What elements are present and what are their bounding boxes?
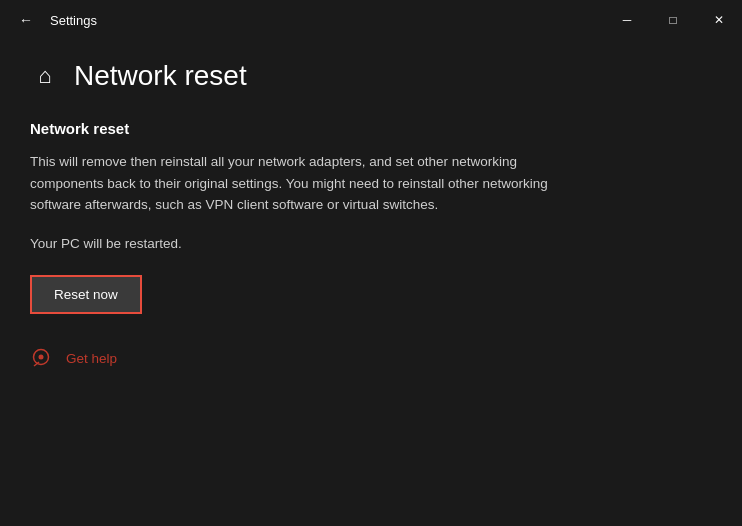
get-help-link[interactable]: Get help	[66, 351, 117, 366]
page-title: Network reset	[74, 60, 247, 92]
maximize-icon: □	[669, 13, 676, 27]
window-controls: ─ □ ✕	[604, 0, 742, 40]
app-title: Settings	[50, 13, 97, 28]
minimize-icon: ─	[623, 13, 632, 27]
close-button[interactable]: ✕	[696, 0, 742, 40]
close-icon: ✕	[714, 13, 724, 27]
section-title: Network reset	[30, 120, 712, 137]
restart-notice: Your PC will be restarted.	[30, 236, 712, 251]
back-button[interactable]: ←	[12, 6, 40, 34]
help-chat-icon	[30, 346, 56, 372]
main-content: ⌂ Network reset Network reset This will …	[0, 40, 742, 392]
minimize-button[interactable]: ─	[604, 0, 650, 40]
help-section: Get help	[30, 346, 712, 372]
maximize-button[interactable]: □	[650, 0, 696, 40]
section-description: This will remove then reinstall all your…	[30, 151, 590, 216]
home-icon: ⌂	[30, 61, 60, 91]
svg-point-1	[39, 354, 44, 359]
reset-now-button[interactable]: Reset now	[30, 275, 142, 314]
back-icon: ←	[19, 12, 33, 28]
titlebar: ← Settings ─ □ ✕	[0, 0, 742, 40]
page-header: ⌂ Network reset	[30, 60, 712, 92]
